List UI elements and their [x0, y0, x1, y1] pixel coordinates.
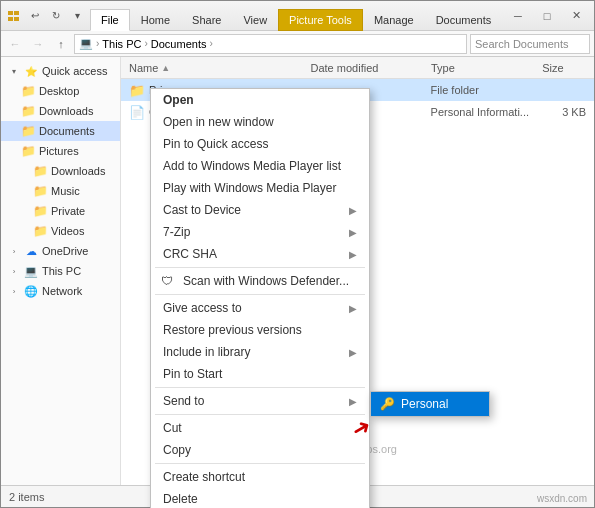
folder-icon: 📁: [21, 124, 35, 138]
tab-manage[interactable]: Manage: [363, 9, 425, 31]
sidebar: ▾ ⭐ Quick access 📁 Desktop 📁 Downloads 📁…: [1, 57, 121, 485]
sidebar-label-network: Network: [42, 285, 82, 297]
svg-rect-2: [14, 11, 19, 15]
ctx-crc[interactable]: CRC SHA ▶: [151, 243, 369, 265]
tab-view[interactable]: View: [232, 9, 278, 31]
sort-arrow-icon: ▲: [161, 63, 170, 73]
path-this-pc[interactable]: This PC: [102, 38, 141, 50]
svg-rect-0: [8, 11, 13, 15]
ctx-give-access[interactable]: Give access to ▶: [151, 297, 369, 319]
sidebar-item-this-pc[interactable]: › 💻 This PC: [1, 261, 120, 281]
address-path[interactable]: 💻 › This PC › Documents ›: [74, 34, 467, 54]
sidebar-label-music: Music: [51, 185, 80, 197]
col-header-name[interactable]: Name ▲: [121, 62, 307, 74]
sidebar-item-documents[interactable]: 📁 Documents: [1, 121, 120, 141]
arrow-icon: ▶: [349, 249, 357, 260]
ctx-7zip[interactable]: 7-Zip ▶: [151, 221, 369, 243]
sidebar-item-desktop[interactable]: 📁 Desktop: [1, 81, 120, 101]
minimize-button[interactable]: ─: [504, 6, 532, 26]
undo-button[interactable]: ↩: [26, 7, 44, 25]
forward-button[interactable]: →: [28, 34, 48, 54]
sidebar-item-music[interactable]: 📁 Music: [1, 181, 120, 201]
tab-documents[interactable]: Documents: [425, 9, 503, 31]
sidebar-label-onedrive: OneDrive: [42, 245, 88, 257]
ctx-sep4: [155, 414, 365, 415]
ctx-play-wmp[interactable]: Play with Windows Media Player: [151, 177, 369, 199]
tab-picture-tools[interactable]: Picture Tools: [278, 9, 363, 31]
redo-button[interactable]: ↻: [47, 7, 65, 25]
ctx-include-library[interactable]: Include in library ▶: [151, 341, 369, 363]
search-box[interactable]: Search Documents: [470, 34, 590, 54]
folder-icon: 📁: [21, 84, 35, 98]
sidebar-item-quick-access[interactable]: ▾ ⭐ Quick access: [1, 61, 120, 81]
sidebar-label-downloads2: Downloads: [51, 165, 105, 177]
chevron-right-icon: ›: [9, 246, 19, 256]
ctx-open[interactable]: Open: [151, 89, 369, 111]
path-sep3: ›: [209, 38, 212, 49]
back-button[interactable]: ←: [5, 34, 25, 54]
ctx-cut[interactable]: Cut: [151, 417, 369, 439]
ctx-sep3: [155, 387, 365, 388]
ctx-restore-versions[interactable]: Restore previous versions: [151, 319, 369, 341]
ctx-add-wmp[interactable]: Add to Windows Media Player list: [151, 155, 369, 177]
file-size-cell: 3 KB: [538, 106, 594, 118]
folder-icon: 📁: [129, 83, 145, 98]
sidebar-label-pictures: Pictures: [39, 145, 79, 157]
status-text: 2 items: [9, 491, 44, 503]
ctx-copy[interactable]: Copy: [151, 439, 369, 461]
sidebar-label-documents: Documents: [39, 125, 95, 137]
tab-share[interactable]: Share: [181, 9, 232, 31]
key-icon: 🔑: [379, 396, 395, 412]
arrow-icon: ▶: [349, 396, 357, 407]
col-header-type[interactable]: Type: [427, 62, 538, 74]
quick-access-toolbar[interactable]: [5, 7, 23, 25]
ctx-defender[interactable]: 🛡 Scan with Windows Defender...: [151, 270, 369, 292]
ctx-cast[interactable]: Cast to Device ▶: [151, 199, 369, 221]
folder-icon: 📁: [21, 104, 35, 118]
sidebar-item-network[interactable]: › 🌐 Network: [1, 281, 120, 301]
chevron-right-icon3: ›: [9, 286, 19, 296]
submenu-personal[interactable]: 🔑 Personal: [371, 392, 489, 416]
sidebar-label-private: Private: [51, 205, 85, 217]
svg-rect-3: [14, 17, 19, 21]
tab-home[interactable]: Home: [130, 9, 181, 31]
col-header-size[interactable]: Size: [538, 62, 594, 74]
arrow-icon: ▶: [349, 303, 357, 314]
sidebar-label-videos: Videos: [51, 225, 84, 237]
title-bar: ↩ ↻ ▾ File Home Share View Picture Tools…: [1, 1, 594, 31]
sidebar-item-downloads[interactable]: 📁 Downloads: [1, 101, 120, 121]
column-headers: Name ▲ Date modified Type Size: [121, 57, 594, 79]
context-menu: Open Open in new window Pin to Quick acc…: [150, 88, 370, 508]
ribbon-tabs: File Home Share View Picture Tools Manag…: [90, 1, 504, 30]
path-documents[interactable]: Documents: [151, 38, 207, 50]
ctx-delete[interactable]: Delete: [151, 488, 369, 508]
ctx-create-shortcut[interactable]: Create shortcut: [151, 466, 369, 488]
ctx-send-to[interactable]: Send to ▶: [151, 390, 369, 412]
tab-file[interactable]: File: [90, 9, 130, 31]
pc-icon: 💻: [24, 264, 38, 278]
submenu-personal-label: Personal: [401, 397, 448, 411]
chevron-down-icon: ▾: [9, 66, 19, 76]
arrow-icon: ▶: [349, 227, 357, 238]
sidebar-item-pictures[interactable]: 📁 Pictures: [1, 141, 120, 161]
maximize-button[interactable]: □: [533, 6, 561, 26]
dropdown-button[interactable]: ▾: [68, 7, 86, 25]
file-type-cell: Personal Informati...: [427, 106, 538, 118]
sidebar-item-downloads2[interactable]: 📁 Downloads: [1, 161, 120, 181]
up-button[interactable]: ↑: [51, 34, 71, 54]
ctx-pin-quick[interactable]: Pin to Quick access: [151, 133, 369, 155]
ctx-open-new-window[interactable]: Open in new window: [151, 111, 369, 133]
sidebar-label-downloads: Downloads: [39, 105, 93, 117]
close-button[interactable]: ✕: [562, 6, 590, 26]
submenu: 🔑 Personal: [370, 391, 490, 417]
folder-icon: 📁: [33, 184, 47, 198]
sidebar-item-onedrive[interactable]: › ☁ OneDrive: [1, 241, 120, 261]
sidebar-item-private[interactable]: 📁 Private: [1, 201, 120, 221]
svg-rect-1: [8, 17, 13, 21]
ctx-pin-start[interactable]: Pin to Start: [151, 363, 369, 385]
shield-icon: 🛡: [159, 273, 175, 289]
ctx-sep2: [155, 294, 365, 295]
sidebar-item-videos[interactable]: 📁 Videos: [1, 221, 120, 241]
col-header-date[interactable]: Date modified: [307, 62, 427, 74]
title-bar-left: ↩ ↻ ▾: [5, 7, 86, 25]
